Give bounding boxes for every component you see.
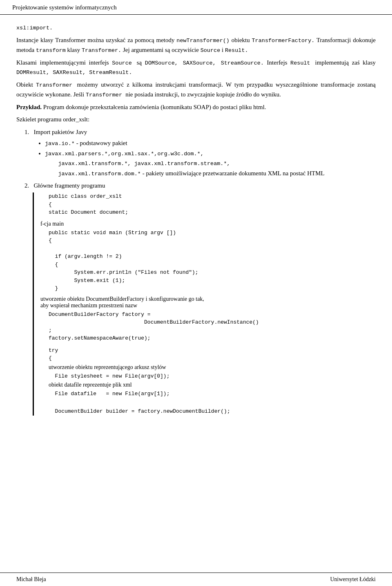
brace4: } xyxy=(55,285,58,291)
StreamSource-code: StreamSource. xyxy=(221,60,264,66)
println-stmt: System.err.println ("Files not found"); xyxy=(61,269,198,275)
example-label: Przykład. xyxy=(16,104,42,110)
fcja-section: f-cja main public static void main (Stri… xyxy=(40,221,376,293)
para5a-text: Interfejs xyxy=(267,59,291,66)
import-bullets: java.io.* - podstawowy pakiet javax.xml.… xyxy=(45,138,376,178)
szkielet-label: Szkielet programu order_xslt: xyxy=(16,115,376,124)
setNS: factory.setNamespaceAware(true); xyxy=(49,335,151,341)
para3b-text: i xyxy=(222,47,225,53)
para1-text: Instancje klasy Transformer można uzyska… xyxy=(16,37,175,43)
para5b-text: implementują zaś klasy xyxy=(315,59,376,66)
transform-code: transform xyxy=(36,47,66,54)
DOMResult-code: DOMResult, xyxy=(16,69,53,76)
SAXSource-code: SAXSource, xyxy=(183,60,221,66)
page-header: Projektowanie systemów informatycznych xyxy=(0,0,392,15)
code-brace1: { xyxy=(49,201,52,208)
builder-code: DocumentBuilder builder = factory.newDoc… xyxy=(49,400,376,416)
semicolon: ; xyxy=(49,327,52,333)
code-class-line: public class order_xslt { static Documen… xyxy=(49,192,376,217)
step2-item: 2. Główne fragmenty programu xyxy=(24,181,376,190)
StreamResult-code: StreamResult. xyxy=(89,69,132,76)
builder-stmt: DocumentBuilder builder = factory.newDoc… xyxy=(55,408,230,414)
Transformer-code: Transformer. xyxy=(82,47,121,54)
comment-create1: utworzenie obiektu DocumentBuilderFactor… xyxy=(40,296,376,302)
main-sig: public static void main (String argv []) xyxy=(49,230,176,236)
factory2: DocumentBuilderFactory.newInstance() xyxy=(49,319,259,325)
para3-text: Jej argumentami są oczywiście xyxy=(123,47,200,53)
try-keyword: try xyxy=(49,347,58,353)
if-stmt: if (argv.length != 2) xyxy=(55,253,122,259)
steps-list: 1. Import pakietów Javy java.io.* - pods… xyxy=(24,127,376,416)
bullet-item-1: java.io.* - podstawowy pakiet xyxy=(45,138,376,148)
szkielet-text: Szkielet programu order_xslt: xyxy=(16,116,89,123)
file-datafile: File datafile = new File(argv[1]); xyxy=(55,391,170,397)
comment-datafile: obiekt datafile reprezentuje plik xml xyxy=(49,382,376,388)
step1-number: 1. xyxy=(24,129,32,135)
para-instancje: Instancje klasy Transformer można uzyska… xyxy=(16,36,376,55)
DOMSource-code: DOMSource, xyxy=(145,60,183,66)
step1-item: 1. Import pakietów Javy xyxy=(24,127,376,137)
bullet2-suffix: - pakiety umożliwiające przetwarzanie do… xyxy=(143,170,325,177)
exit-stmt: System.exit (1); xyxy=(61,277,125,284)
try-section: try { utworzenie obiektu reprezentująceg… xyxy=(40,347,376,416)
para-przyklad: Przykład. Program dokonuje przekształcen… xyxy=(16,103,376,112)
try-brace: { xyxy=(49,355,52,361)
Transformer2-code: Transformer xyxy=(36,82,77,88)
datafile-code: File datafile = new File(argv[1]); xyxy=(49,390,376,398)
page-container: Projektowanie systemów informatycznych x… xyxy=(0,0,392,586)
Source-code: Source xyxy=(200,47,220,54)
fcja-label: f-cja main xyxy=(40,221,376,227)
newTransformer-code: newTransformer() xyxy=(176,38,229,44)
factory1: DocumentBuilderFactory factory = xyxy=(49,311,151,318)
bullet1-code: java.io.* xyxy=(45,141,75,147)
footer-university: Uniwersytet Łódzki xyxy=(330,576,376,583)
TransformerFactory-code: TransformerFactory. xyxy=(252,38,315,44)
comment-create-section: utworzenie obiektu DocumentBuilderFactor… xyxy=(40,296,376,342)
para4b-text: są xyxy=(137,59,145,66)
bullet2-line2: javax.xml.transform.*, javax.xml.transfo… xyxy=(45,161,230,167)
file-stylesheet: File stylesheet = new File(argv[0]); xyxy=(55,373,170,379)
header-title: Projektowanie systemów informatycznych xyxy=(12,4,117,11)
try-code: try { xyxy=(49,347,376,362)
bullet2-line1: javax.xml.parsers.*,org.xml.sax.*,org.w3… xyxy=(45,151,204,157)
Transformer3-code: Transformer xyxy=(86,92,125,98)
xsl-import-para: xsl:import. xyxy=(16,23,376,32)
para4a-text: Klasami implementującymi interfejs xyxy=(16,59,109,66)
para6c-text: nie posiada instrukcji, to zwyczajnie ko… xyxy=(125,91,281,98)
para1b-text: obiektu xyxy=(232,37,250,43)
SAXResult-code: SAXResult, xyxy=(53,69,89,76)
para-obiekt: Obiekt Transformer możemy utworzyć z kil… xyxy=(16,80,376,99)
step2-number: 2. xyxy=(24,182,32,189)
factory-code: DocumentBuilderFactory factory = Documen… xyxy=(49,311,376,342)
para2b-text: klasy xyxy=(67,47,82,53)
Result-code: Result. xyxy=(225,47,248,54)
main-content: xsl:import. Instancje klasy Transformer … xyxy=(0,15,392,451)
para-klasami: Klasami implementującymi interfejs Sourc… xyxy=(16,58,376,77)
para6a-text: Obiekt xyxy=(16,81,36,88)
brace2: { xyxy=(49,237,52,244)
bullet1-suffix: - podstawowy pakiet xyxy=(76,140,127,146)
main-code: public static void main (String argv [])… xyxy=(49,229,376,293)
bullet2-line3: javax.xml.transform.dom.* xyxy=(45,171,141,177)
code-section: public class order_xslt { static Documen… xyxy=(33,192,376,416)
stylesheet-code: File stylesheet = new File(argv[0]); xyxy=(49,372,376,380)
brace3: { xyxy=(55,262,58,268)
xsl-import-code: xsl:import. xyxy=(16,25,53,31)
Result2-code: Result xyxy=(290,60,315,66)
Source2-code: Source xyxy=(112,60,137,66)
comment-stylesheet: utworzenie obiektu reprezentującego arku… xyxy=(49,364,376,371)
bullet-item-2: javax.xml.parsers.*,org.xml.sax.*,org.w3… xyxy=(45,148,376,179)
step2-label: Główne fragmenty programu xyxy=(34,182,105,189)
comment-create2: aby wspierał mechanizm przestrzeni nazw xyxy=(40,302,376,309)
page-footer: Michał Bleja Uniwersytet Łódzki xyxy=(0,573,392,586)
step1-label: Import pakietów Javy xyxy=(34,129,87,135)
footer-author: Michał Bleja xyxy=(16,576,46,583)
code-static: static Document document; xyxy=(49,209,128,215)
code-class-text: public class order_xslt xyxy=(49,193,122,199)
example-desc: Program dokonuje przekształcenia zamówie… xyxy=(43,104,266,110)
